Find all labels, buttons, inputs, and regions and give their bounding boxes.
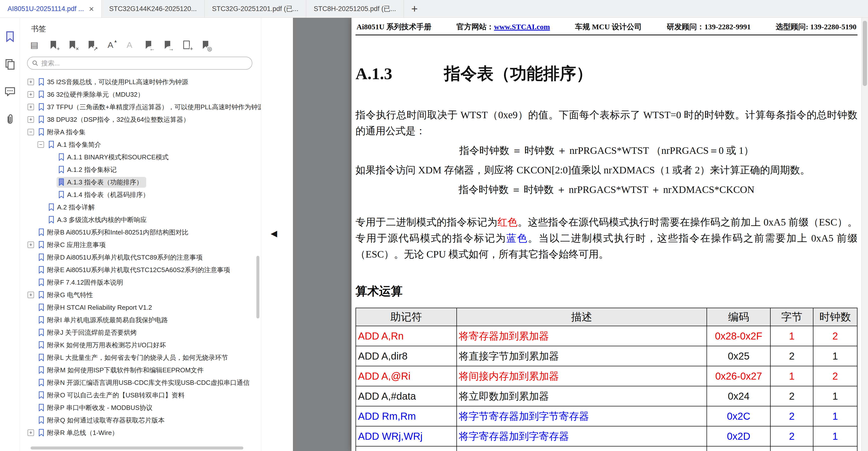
tree-expander-icon[interactable]: +: [28, 91, 34, 98]
attachments-panel-icon[interactable]: [4, 113, 16, 125]
bookmark-item[interactable]: A.1.4 指令表（机器码排序）: [20, 189, 261, 201]
comments-panel-icon[interactable]: [4, 86, 16, 97]
col-code: 编码: [707, 308, 770, 326]
bookmark-item[interactable]: 附录Q 如何通过读取寄存器获取芯片版本: [20, 414, 261, 426]
edit-bookmark-icon[interactable]: ↗: [86, 39, 97, 51]
tab-bar: AI8051U-20251114.pdf ...×STC32G144K246-2…: [0, 0, 868, 18]
bookmark-item[interactable]: 附录B Ai8051U系列和Intel-80251内部结构图对比: [20, 226, 261, 238]
tree-expander-icon[interactable]: −: [28, 129, 34, 135]
bookmark-item[interactable]: +37 TFPU（三角函数+单精度浮点运算器），可以使用PLL高速时钟作为钟源: [20, 101, 261, 113]
stcai-link[interactable]: www.STCAI.com: [494, 23, 550, 31]
tab-4[interactable]: STC8H-20251205.pdf (已...: [306, 0, 404, 18]
bookmark-item[interactable]: +附录C 应用注意事项: [20, 238, 261, 251]
promote-bookmark-icon[interactable]: ←: [143, 39, 154, 51]
delete-bookmark-icon[interactable]: ×: [67, 39, 78, 51]
tree-expander-icon[interactable]: +: [28, 116, 34, 123]
cell-clocks: 注2: [813, 446, 857, 451]
bookmark-item[interactable]: A.1.3 指令表（功能排序）: [20, 176, 261, 189]
bookmark-icon: [48, 216, 55, 224]
bookmark-item[interactable]: 附录D Ai8051U系列单片机取代STC89系列的注意事项: [20, 251, 261, 263]
bookmark-item[interactable]: 附录O 可以自己去生产的【USB转双串口】资料: [20, 389, 261, 401]
bookmark-item[interactable]: A.2 指令详解: [20, 201, 261, 214]
bookmark-item[interactable]: +附录R 单总线（1-Wire）: [20, 426, 261, 439]
bookmark-item[interactable]: +附录G 电气特性: [20, 289, 261, 301]
tab-2[interactable]: STC32G144K246-2025120...: [102, 0, 205, 18]
bookmark-item[interactable]: 附录F 7.4.12固件版本说明: [20, 276, 261, 289]
locate-bookmark-icon[interactable]: ◎: [200, 39, 211, 51]
bookmark-icon: [38, 329, 44, 337]
company-tagline: 车规 MCU 设计公司: [575, 22, 642, 32]
bookmark-item[interactable]: +35 I2S音频总线，可以使用PLL高速时钟作为钟源: [20, 76, 261, 88]
export-bookmark-icon[interactable]: +: [181, 39, 192, 51]
bookmarks-panel-icon[interactable]: [4, 31, 16, 43]
bookmark-list-icon[interactable]: ▤: [29, 39, 40, 51]
tree-expander-icon[interactable]: −: [37, 141, 44, 148]
pages-panel-icon[interactable]: [4, 58, 16, 70]
bookmark-item[interactable]: 附录M 如何使用ISP下载软件制作和编辑EEPROM文件: [20, 364, 261, 376]
bookmark-search[interactable]: [27, 57, 252, 69]
bookmark-icon: [48, 203, 55, 211]
bookmark-item[interactable]: 附录P 串口中断收发 - MODBUS协议: [20, 401, 261, 414]
section-number: A.1.3: [355, 64, 392, 83]
bookmark-label: 附录F 7.4.12固件版本说明: [47, 278, 123, 287]
sidebar-horizontal-scrollbar[interactable]: [31, 447, 243, 450]
tab-label: AI8051U-20251114.pdf ...: [7, 5, 84, 13]
main-scrollbar-thumb[interactable]: [863, 21, 867, 86]
document-canvas: Ai8051U 系列技术手册 官方网站：www.STCAI.com 车规 MCU…: [293, 18, 861, 451]
table-row: ADD WRj,WRj将字寄存器加到字寄存器0x2D21: [356, 426, 857, 446]
bookmark-label: A.1 指令集简介: [57, 140, 101, 149]
tab-close-icon[interactable]: ×: [89, 4, 94, 13]
tree-expander-icon[interactable]: +: [28, 292, 34, 298]
add-bookmark-icon[interactable]: +: [48, 39, 59, 51]
bookmark-item[interactable]: 附录E Ai8051U系列单片机取代STC12C5A60S2系列的注意事项: [20, 263, 261, 276]
bookmark-item[interactable]: A.1.1 BINARY模式和SOURCE模式: [20, 151, 261, 163]
bookmark-item[interactable]: −A.1 指令集简介: [20, 138, 261, 151]
bookmark-icon: [38, 429, 44, 437]
search-icon: [32, 60, 38, 66]
bookmark-icon: [38, 316, 44, 324]
bookmark-item[interactable]: A.1.2 指令集标记: [20, 163, 261, 176]
bookmark-item[interactable]: 附录I 单片机电源系统最简易自我保护电路: [20, 314, 261, 326]
pdf-reader-window: AI8051U-20251114.pdf ...×STC32G144K246-2…: [0, 0, 868, 451]
bookmark-label: 附录P 串口中断收发 - MODBUS协议: [47, 403, 152, 412]
bookmark-search-input[interactable]: [41, 59, 247, 67]
instruction-table: 助记符 描述 编码 字节 时钟数 ADD A,Rn将寄存器加到累加器0x28-0…: [355, 308, 858, 451]
sidebar-collapse-arrow[interactable]: ◀: [271, 228, 277, 238]
font-decrease-icon[interactable]: A: [124, 39, 135, 51]
bookmark-icon: [38, 228, 44, 236]
bookmark-item[interactable]: +38 DPU32（DSP指令，32位及64位整数运算器）: [20, 113, 261, 126]
new-tab-button[interactable]: +: [404, 0, 425, 18]
cell-mnemonic: ADD A,#data: [356, 386, 457, 406]
bookmark-item[interactable]: 附录N 开源汇编语言调用USB-CDC库文件实现USB-CDC虚拟串口通信: [20, 376, 261, 389]
bookmark-item[interactable]: −附录A 指令集: [20, 126, 261, 138]
bookmark-item[interactable]: +36 32位硬件乘除单元（MDU32）: [20, 88, 261, 101]
bookmark-icon: [38, 103, 44, 111]
cell-desc: 将立即数加到累加器: [457, 386, 707, 406]
sidebar-vertical-scrollbar[interactable]: [256, 256, 259, 318]
bookmark-label: 附录R 单总线（1-Wire）: [47, 428, 118, 437]
bookmark-label: 35 I2S音频总线，可以使用PLL高速时钟作为钟源: [47, 78, 188, 86]
cell-mnemonic: ADD WRj,WRj: [356, 426, 457, 446]
main-scrollbar-track[interactable]: [861, 18, 868, 451]
bookmark-icon: [38, 341, 44, 349]
bookmark-item[interactable]: 附录K 如何使用万用表检测芯片I/O口好坏: [20, 339, 261, 351]
tree-expander-icon[interactable]: +: [28, 429, 34, 436]
tab-3[interactable]: STC32G-20251201.pdf (已...: [205, 0, 306, 18]
table-row: ADD reg,op2(3)将操作数加到 Rm、WRj 或者 DRk0x2E注1…: [356, 446, 857, 451]
bookmark-label: 附录M 如何使用ISP下载软件制作和编辑EEPROM文件: [47, 366, 204, 374]
cell-bytes: 注1: [770, 446, 813, 451]
tab-1[interactable]: AI8051U-20251114.pdf ...×: [0, 0, 102, 18]
bookmark-item[interactable]: 附录H STCAI Reliability Report V1.2: [20, 301, 261, 314]
cell-code: 0x2D: [707, 426, 770, 446]
bookmark-item[interactable]: A.3 多级流水线内核的中断响应: [20, 214, 261, 226]
tree-expander-icon[interactable]: +: [28, 104, 34, 110]
bookmark-label: 37 TFPU（三角函数+单精度浮点运算器），可以使用PLL高速时钟作为钟源: [47, 103, 261, 112]
tree-expander-icon[interactable]: +: [28, 242, 34, 248]
font-increase-icon[interactable]: A▴: [105, 39, 116, 51]
bookmark-icon: [38, 304, 44, 311]
demote-bookmark-icon[interactable]: →: [162, 39, 173, 51]
bookmark-item[interactable]: 附录L 大批量生产，如何省去专门的烧录人员，如何无烧录环节: [20, 351, 261, 364]
tab-label: STC32G-20251201.pdf (已...: [212, 4, 299, 13]
tree-expander-icon[interactable]: +: [28, 79, 34, 85]
bookmark-item[interactable]: 附录J 关于回流焊前是否要烘烤: [20, 326, 261, 339]
